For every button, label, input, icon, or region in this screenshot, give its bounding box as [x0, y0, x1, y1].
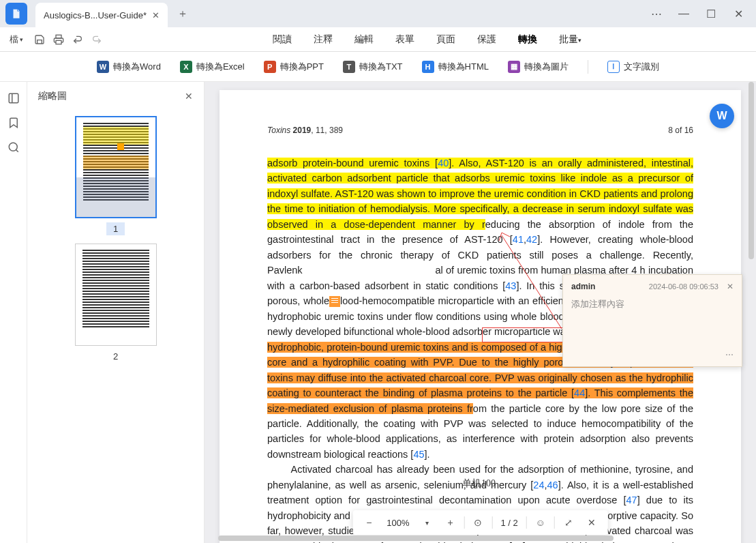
ocr-button[interactable]: ⁞文字識別: [607, 61, 659, 73]
close-window-button[interactable]: ✕: [726, 3, 751, 25]
close-bar-button[interactable]: ✕: [582, 513, 601, 532]
undo-icon[interactable]: [71, 33, 85, 46]
close-tab-icon[interactable]: ✕: [152, 10, 160, 20]
floating-word-badge[interactable]: W: [710, 104, 734, 128]
page-header-left: Toxins 2019, 11, 389: [267, 126, 343, 135]
tab-batch[interactable]: 批量▾: [554, 29, 587, 50]
read-mode-button[interactable]: ☺: [531, 513, 550, 532]
tab-form[interactable]: 表單: [390, 29, 420, 50]
convert-to-html-button[interactable]: H轉換為HTML: [422, 61, 489, 73]
comment-options-icon[interactable]: ⋯: [725, 350, 734, 359]
comment-body[interactable]: 添加注釋內容: [571, 298, 734, 339]
svg-line-6: [502, 235, 562, 329]
thumbnail-panel-title: 縮略圖: [38, 90, 67, 102]
document-tab[interactable]: Auslogics-B...User-Guide* ✕: [35, 3, 168, 27]
tab-convert[interactable]: 轉換: [513, 29, 543, 50]
comment-popup[interactable]: admin 2024-06-08 09:06:53 ✕ 添加注釋內容 ⋯: [562, 274, 742, 367]
tab-protect[interactable]: 保護: [472, 29, 502, 50]
tab-page[interactable]: 頁面: [431, 29, 461, 50]
toolbar-separator: [588, 60, 588, 74]
search-icon[interactable]: [5, 139, 22, 156]
maximize-button[interactable]: ☐: [699, 3, 723, 25]
thumbnail-2-number: 2: [106, 350, 125, 363]
app-icon: [5, 3, 27, 25]
comment-date: 2024-06-08 09:06:53: [649, 282, 719, 291]
svg-point-4: [9, 143, 17, 151]
zoom-out-button[interactable]: −: [359, 513, 378, 532]
tab-edit[interactable]: 編輯: [349, 29, 379, 50]
print-icon[interactable]: [52, 33, 65, 46]
svg-line-5: [16, 149, 18, 151]
close-comment-icon[interactable]: ✕: [727, 282, 734, 291]
fit-page-button[interactable]: ⊙: [468, 513, 487, 532]
horizontal-scrollbar[interactable]: [218, 535, 745, 542]
convert-to-txt-button[interactable]: T轉換為TXT: [343, 61, 403, 73]
zoom-in-button[interactable]: +: [440, 513, 459, 532]
svg-rect-1: [56, 35, 61, 38]
more-icon[interactable]: ⋯: [644, 3, 669, 25]
convert-to-image-button[interactable]: ▦轉換為圖片: [508, 61, 569, 73]
comment-user: admin: [571, 282, 595, 291]
page-controls-bar: − 100% ▾ + ⊙ 1 / 2 ☺ ⤢ ✕: [352, 510, 608, 535]
thumbnails-icon[interactable]: [5, 90, 22, 106]
thumbnail-1[interactable]: 1: [38, 116, 193, 235]
save-icon[interactable]: [33, 33, 46, 46]
convert-to-ppt-button[interactable]: P轉換為PPT: [264, 61, 324, 73]
svg-rect-2: [9, 93, 18, 103]
tab-annotate[interactable]: 注釋: [308, 29, 338, 50]
page-indicator[interactable]: 1 / 2: [496, 518, 521, 528]
file-menu[interactable]: 檔▾: [5, 31, 27, 48]
redo-icon[interactable]: [90, 33, 104, 46]
convert-to-excel-button[interactable]: X轉換為Excel: [180, 61, 245, 73]
page-header-right: 8 of 16: [668, 126, 693, 135]
thumbnail-1-number: 1: [106, 222, 125, 235]
convert-to-word-button[interactable]: W轉換為Word: [97, 61, 161, 73]
bookmark-icon[interactable]: [5, 115, 22, 131]
new-tab-button[interactable]: ＋: [173, 4, 192, 23]
tab-title: Auslogics-B...User-Guide*: [44, 10, 147, 20]
svg-rect-0: [56, 40, 61, 44]
typed-text-annotation[interactable]: 单机100: [462, 478, 496, 490]
close-thumbnail-panel-icon[interactable]: ✕: [185, 91, 193, 102]
minimize-button[interactable]: —: [671, 3, 696, 25]
vertical-scrollbar[interactable]: [748, 82, 755, 542]
zoom-dropdown-icon[interactable]: ▾: [417, 513, 436, 532]
thumbnail-2[interactable]: 2: [38, 244, 193, 363]
arrow-annotation[interactable]: [496, 230, 562, 329]
zoom-level[interactable]: 100%: [382, 518, 413, 528]
note-annotation-icon[interactable]: [329, 296, 340, 307]
fullscreen-button[interactable]: ⤢: [559, 513, 578, 532]
tab-read[interactable]: 閱讀: [267, 29, 297, 50]
